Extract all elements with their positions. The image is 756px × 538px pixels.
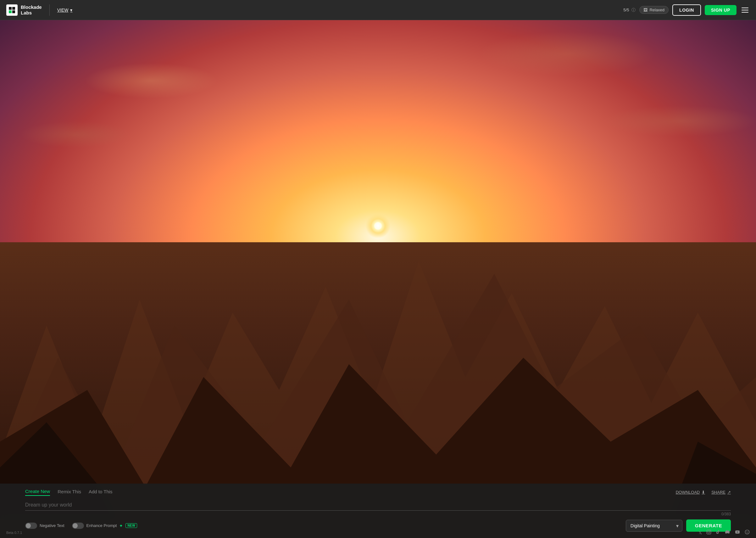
signup-button[interactable]: SIGN UP	[705, 5, 736, 15]
negative-text-toggle[interactable]	[25, 522, 37, 529]
tiktok-icon[interactable]	[716, 529, 720, 535]
tab-remix-this[interactable]: Remix This	[58, 489, 81, 496]
style-select-wrapper: Digital Painting Realistic Anime Waterco…	[626, 520, 682, 532]
tabs-right: DOWNLOAD ⬇ SHARE ↗	[676, 490, 731, 495]
tab-add-to-this[interactable]: Add to This	[89, 489, 113, 496]
menu-button[interactable]	[740, 6, 750, 14]
nav-divider	[49, 4, 50, 16]
controls-left: Negative Text Enhance Prompt ✦ NEW	[25, 522, 137, 529]
controls-row: Negative Text Enhance Prompt ✦ NEW Digit…	[25, 519, 731, 532]
char-count: 0/383	[25, 512, 731, 516]
svg-point-13	[746, 531, 747, 532]
download-icon: ⬇	[702, 490, 705, 495]
enhance-prompt-toggle-group: Enhance Prompt ✦ NEW	[72, 522, 137, 529]
svg-point-11	[710, 530, 710, 531]
navbar: Blockade Labs VIEW ▾ 5/5 ⓘ 🖼 Relaxed LOG…	[0, 0, 756, 20]
navbar-left: Blockade Labs VIEW ▾	[6, 4, 72, 16]
instagram-icon[interactable]	[706, 529, 711, 535]
sparkle-icon: ✦	[119, 523, 123, 528]
bottom-panel: Create New Remix This Add to This DOWNLO…	[0, 484, 756, 538]
mountains-svg	[0, 196, 756, 519]
share-icon: ↗	[728, 490, 731, 495]
svg-point-10	[708, 531, 710, 533]
svg-rect-2	[9, 10, 12, 13]
negative-text-toggle-group: Negative Text	[25, 522, 65, 529]
chevron-down-icon: ▾	[70, 8, 72, 13]
style-select[interactable]: Digital Painting Realistic Anime Waterco…	[626, 520, 682, 532]
reddit-icon[interactable]	[745, 529, 750, 535]
social-icons: 𝕏	[698, 529, 750, 535]
tab-create-new[interactable]: Create New	[25, 489, 50, 496]
view-button[interactable]: VIEW ▾	[57, 8, 73, 13]
prompt-input[interactable]	[25, 500, 731, 511]
login-button[interactable]: LOGIN	[672, 4, 701, 16]
svg-rect-1	[12, 7, 15, 10]
share-button[interactable]: SHARE ↗	[711, 490, 731, 495]
tabs-left: Create New Remix This Add to This	[25, 489, 113, 496]
discord-icon[interactable]	[725, 530, 730, 535]
blockade-logo-icon	[6, 4, 18, 16]
new-badge: NEW	[126, 523, 137, 528]
svg-rect-3	[12, 10, 15, 13]
download-button[interactable]: DOWNLOAD ⬇	[676, 490, 705, 495]
youtube-icon[interactable]	[734, 530, 740, 535]
enhance-prompt-label: Enhance Prompt	[86, 523, 117, 528]
negative-text-label: Negative Text	[40, 523, 65, 528]
mode-badge: 🖼 Relaxed	[639, 6, 669, 14]
logo-area: Blockade Labs	[6, 4, 42, 16]
brand-name: Blockade Labs	[21, 4, 42, 16]
enhance-prompt-toggle[interactable]	[72, 522, 84, 529]
usage-count: 5/5 ⓘ	[623, 7, 635, 13]
twitter-icon[interactable]: 𝕏	[698, 530, 702, 535]
hero-background	[0, 0, 756, 538]
info-icon: ⓘ	[631, 7, 635, 13]
svg-point-14	[747, 531, 748, 532]
camera-icon: 🖼	[643, 8, 647, 12]
panel-tabs-row: Create New Remix This Add to This DOWNLO…	[25, 489, 731, 496]
navbar-right: 5/5 ⓘ 🖼 Relaxed LOGIN SIGN UP	[623, 4, 750, 16]
svg-point-12	[745, 530, 749, 534]
svg-rect-0	[9, 7, 12, 10]
hero-section	[0, 0, 756, 538]
